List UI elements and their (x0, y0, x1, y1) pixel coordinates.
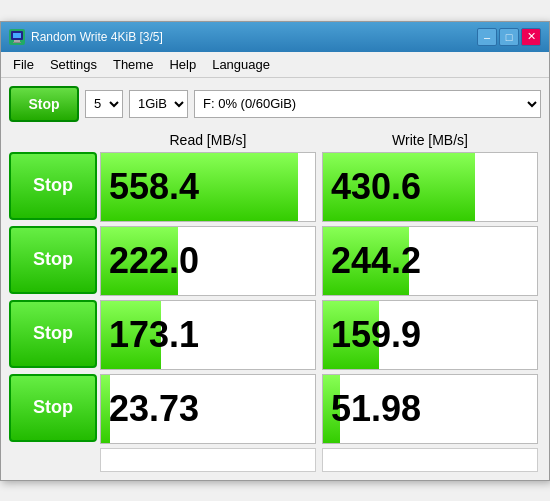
svg-rect-1 (13, 33, 21, 38)
bottom-bars (9, 448, 541, 472)
write-cell-3: 51.98 (322, 374, 538, 444)
read-cell-1: 222.0 (100, 226, 316, 296)
menu-help[interactable]: Help (161, 54, 204, 75)
controls-row: Stop 5 1GiB F: 0% (0/60GiB) (9, 86, 541, 122)
menu-bar: File Settings Theme Help Language (1, 52, 549, 78)
write-cell-2: 159.9 (322, 300, 538, 370)
benchmark-rows: Stop 558.4 430.6 Stop 222.0 244.2 Stop (9, 152, 541, 444)
menu-theme[interactable]: Theme (105, 54, 161, 75)
bench-row: Stop 222.0 244.2 (9, 226, 541, 296)
stop-button-2[interactable]: Stop (9, 300, 97, 368)
close-button[interactable]: ✕ (521, 28, 541, 46)
read-value-3: 23.73 (109, 388, 199, 430)
bench-row: Stop 558.4 430.6 (9, 152, 541, 222)
block-size-select[interactable]: 1GiB (129, 90, 188, 118)
read-cell-3: 23.73 (100, 374, 316, 444)
bottom-bar-write (322, 448, 538, 472)
stop-button-3[interactable]: Stop (9, 374, 97, 442)
bench-row: Stop 173.1 159.9 (9, 300, 541, 370)
top-stop-button[interactable]: Stop (9, 86, 79, 122)
write-cell-0: 430.6 (322, 152, 538, 222)
read-cell-0: 558.4 (100, 152, 316, 222)
content-area: Stop 5 1GiB F: 0% (0/60GiB) Read [MB/s] … (1, 78, 549, 480)
window-controls: – □ ✕ (477, 28, 541, 46)
svg-rect-3 (13, 42, 21, 43)
write-cell-1: 244.2 (322, 226, 538, 296)
write-value-2: 159.9 (331, 314, 421, 356)
window-title: Random Write 4KiB [3/5] (31, 30, 477, 44)
read-value-2: 173.1 (109, 314, 199, 356)
menu-file[interactable]: File (5, 54, 42, 75)
minimize-button[interactable]: – (477, 28, 497, 46)
column-headers: Read [MB/s] Write [MB/s] (9, 130, 541, 150)
bench-row: Stop 23.73 51.98 (9, 374, 541, 444)
bottom-bar-read (100, 448, 316, 472)
read-value-1: 222.0 (109, 240, 199, 282)
write-value-1: 244.2 (331, 240, 421, 282)
svg-rect-2 (14, 40, 20, 42)
menu-language[interactable]: Language (204, 54, 278, 75)
write-header: Write [MB/s] (319, 130, 541, 150)
queue-depth-select[interactable]: 5 (85, 90, 123, 118)
title-bar: Random Write 4KiB [3/5] – □ ✕ (1, 22, 549, 52)
read-cell-2: 173.1 (100, 300, 316, 370)
menu-settings[interactable]: Settings (42, 54, 105, 75)
drive-select[interactable]: F: 0% (0/60GiB) (194, 90, 541, 118)
read-value-0: 558.4 (109, 166, 199, 208)
stop-button-0[interactable]: Stop (9, 152, 97, 220)
write-value-0: 430.6 (331, 166, 421, 208)
write-value-3: 51.98 (331, 388, 421, 430)
main-window: Random Write 4KiB [3/5] – □ ✕ File Setti… (0, 21, 550, 481)
app-icon (9, 29, 25, 45)
stop-button-1[interactable]: Stop (9, 226, 97, 294)
maximize-button[interactable]: □ (499, 28, 519, 46)
read-header: Read [MB/s] (97, 130, 319, 150)
